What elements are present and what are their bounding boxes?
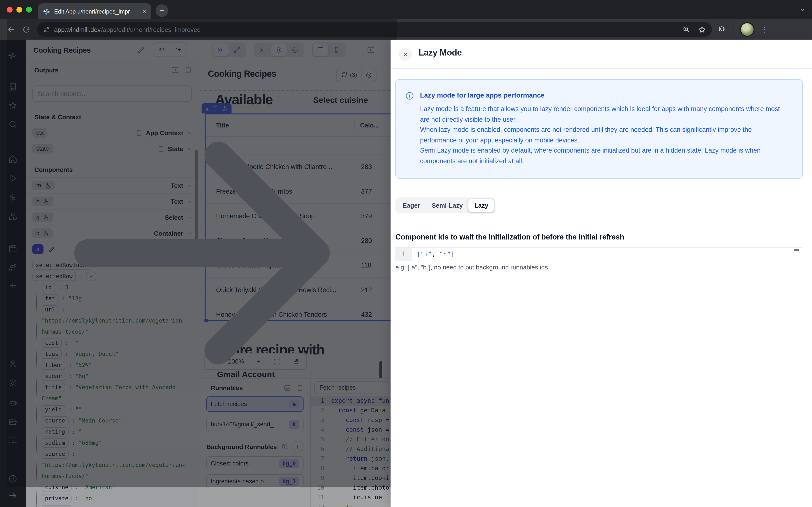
close-drawer-button[interactable]: × xyxy=(399,48,412,61)
drawer-backdrop[interactable] xyxy=(0,40,391,507)
info-paragraph: When lazy mode is enabled, components ar… xyxy=(420,125,788,145)
browser-toolbar: app.windmill.dev/apps/edit/u/henri/recip… xyxy=(0,19,812,40)
window-minimize-button[interactable] xyxy=(16,7,22,12)
ids-helper-text: e.g: ["a", "b"], no need to put backgrou… xyxy=(395,264,548,271)
window-close-button[interactable] xyxy=(7,7,12,12)
code-token: , xyxy=(432,250,439,258)
code-input-scroll-decoration xyxy=(794,249,799,251)
browser-menu-icon[interactable]: ⋮ xyxy=(761,25,768,34)
windmill-app: Cooking Recipes ↶ ↷ xyxy=(0,40,812,507)
tab-close-icon[interactable]: × xyxy=(143,8,146,15)
new-tab-button[interactable]: + xyxy=(156,4,168,17)
toolbar-divider xyxy=(733,25,733,34)
windmill-favicon xyxy=(43,7,50,15)
screen: Edit App u/henri/recipes_impr × + ⌄ app.… xyxy=(0,0,812,507)
drawer-title: Lazy Mode xyxy=(418,48,462,58)
info-title: Lazy mode for large apps performance xyxy=(420,91,545,99)
tab-title: Edit App u/henri/recipes_impr xyxy=(54,8,139,15)
browser-tab[interactable]: Edit App u/henri/recipes_impr × xyxy=(38,3,151,19)
lazy-mode-segmented-control: Eager Semi-Lazy Lazy xyxy=(395,198,496,213)
drawer-header: × Lazy Mode xyxy=(391,40,812,68)
browser-tabstrip: Edit App u/henri/recipes_impr × + ⌄ xyxy=(0,0,812,19)
info-paragraph: Semi-Lazy mode is enabled by default, wh… xyxy=(420,145,788,166)
component-ids-heading: Component ids to wait the initialization… xyxy=(395,233,624,241)
info-paragraph: Lazy mode is a feature that allows you t… xyxy=(420,104,788,125)
mode-eager-button[interactable]: Eager xyxy=(397,199,426,212)
mode-semilazy-button[interactable]: Semi-Lazy xyxy=(426,199,469,212)
profile-avatar[interactable] xyxy=(740,22,755,37)
info-body: Lazy mode is a feature that allows you t… xyxy=(420,104,788,166)
mode-lazy-button[interactable]: Lazy xyxy=(469,199,494,212)
lazy-mode-info-box: Lazy mode for large apps performance Laz… xyxy=(395,79,803,179)
window-zoom-button[interactable] xyxy=(26,7,32,12)
lazy-mode-drawer: × Lazy Mode Lazy mode for large apps per… xyxy=(391,40,812,507)
info-icon xyxy=(405,91,414,101)
extensions-icon[interactable] xyxy=(718,25,726,34)
zoom-icon[interactable] xyxy=(682,25,690,33)
code-token: "h"] xyxy=(439,250,455,258)
tab-search-chevron-icon[interactable]: ⌄ xyxy=(800,5,805,12)
code-line-number: 1 xyxy=(395,248,412,261)
code-token: ["i" xyxy=(417,250,432,258)
bookmark-star-icon[interactable] xyxy=(698,25,706,34)
component-ids-code-input[interactable]: 1 ["i", "h"] xyxy=(395,247,802,261)
